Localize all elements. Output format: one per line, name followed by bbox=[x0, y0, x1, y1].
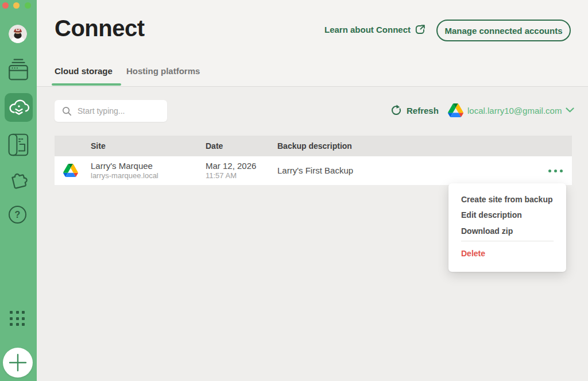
main-panel: Connect Learn about Connect Manage conne… bbox=[37, 0, 588, 381]
cell-date: Mar 12, 2026 11:57 AM bbox=[206, 161, 256, 180]
connect-cloud-icon bbox=[7, 97, 30, 118]
sites-icon bbox=[6, 57, 30, 82]
learn-link-label: Learn about Connect bbox=[324, 25, 411, 34]
column-header-date: Date bbox=[206, 136, 223, 156]
active-tab-underline bbox=[52, 83, 121, 86]
plus-icon bbox=[8, 353, 28, 372]
backup-date: Mar 12, 2026 bbox=[206, 161, 256, 171]
google-drive-icon bbox=[448, 103, 463, 117]
app-window: ? Connect Learn about Connect Ma bbox=[0, 0, 588, 381]
sidebar-item-blueprints[interactable] bbox=[5, 130, 32, 160]
chevron-down-icon bbox=[566, 107, 574, 113]
learn-about-connect-link[interactable]: Learn about Connect bbox=[324, 25, 425, 34]
table-row[interactable]: Larry's Marquee larrys-marquee.local Mar… bbox=[55, 156, 572, 185]
account-email: local.larry10@gmail.com bbox=[467, 106, 562, 116]
site-domain: larrys-marquee.local bbox=[91, 171, 158, 180]
grid-dot-icon bbox=[10, 311, 13, 314]
minimize-window-button[interactable] bbox=[13, 2, 20, 9]
search-input[interactable] bbox=[78, 106, 158, 116]
row-actions-menu: Create site from backup Edit description… bbox=[448, 183, 566, 272]
site-name: Larry's Marquee bbox=[91, 161, 158, 171]
header-divider bbox=[37, 86, 588, 87]
zoom-window-button[interactable] bbox=[25, 2, 31, 9]
refresh-button[interactable]: Refresh bbox=[390, 105, 439, 116]
sidebar-item-help[interactable]: ? bbox=[9, 206, 26, 224]
ellipsis-icon bbox=[548, 170, 551, 172]
refresh-icon bbox=[390, 105, 402, 116]
table-header: Site Date Backup description bbox=[55, 136, 572, 156]
sidebar-item-sites[interactable] bbox=[5, 57, 32, 82]
search-icon bbox=[62, 106, 72, 116]
addons-puzzle-icon bbox=[7, 168, 29, 190]
menu-item-create-site-from-backup[interactable]: Create site from backup bbox=[461, 194, 553, 205]
cell-site: Larry's Marquee larrys-marquee.local bbox=[91, 161, 158, 180]
account-selector[interactable]: local.larry10@gmail.com bbox=[448, 103, 574, 117]
backup-time: 11:57 AM bbox=[206, 171, 256, 180]
blueprints-icon bbox=[6, 132, 30, 158]
refresh-label: Refresh bbox=[407, 106, 439, 116]
add-site-button[interactable] bbox=[3, 348, 33, 378]
backup-description: Larry's First Backup bbox=[277, 156, 353, 185]
menu-item-edit-description[interactable]: Edit description bbox=[461, 209, 522, 221]
menu-divider bbox=[461, 241, 554, 241]
search-box bbox=[55, 100, 167, 122]
menu-item-download-zip[interactable]: Download zip bbox=[461, 225, 513, 237]
column-header-site: Site bbox=[91, 136, 106, 156]
sidebar-item-connect[interactable] bbox=[5, 93, 33, 122]
backups-table: Site Date Backup description Larry's Mar… bbox=[55, 136, 572, 185]
row-actions-button[interactable] bbox=[548, 166, 564, 175]
column-header-backup-description: Backup description bbox=[277, 136, 352, 156]
tab-cloud-storage[interactable]: Cloud storage bbox=[55, 66, 113, 76]
page-title: Connect bbox=[55, 16, 145, 41]
tab-hosting-platforms[interactable]: Hosting platforms bbox=[126, 66, 200, 76]
avatar-photo bbox=[9, 25, 27, 43]
apps-grid-button[interactable] bbox=[10, 311, 26, 326]
avatar[interactable] bbox=[9, 25, 27, 43]
sidebar-item-addons[interactable] bbox=[7, 168, 30, 190]
menu-item-delete[interactable]: Delete bbox=[461, 248, 485, 259]
google-drive-icon bbox=[63, 164, 78, 177]
help-question-icon: ? bbox=[15, 210, 21, 220]
manage-connected-accounts-button[interactable]: Manage connected accounts bbox=[436, 20, 571, 41]
sidebar: ? bbox=[0, 0, 37, 381]
external-link-icon bbox=[415, 25, 425, 34]
close-window-button[interactable] bbox=[2, 2, 9, 9]
